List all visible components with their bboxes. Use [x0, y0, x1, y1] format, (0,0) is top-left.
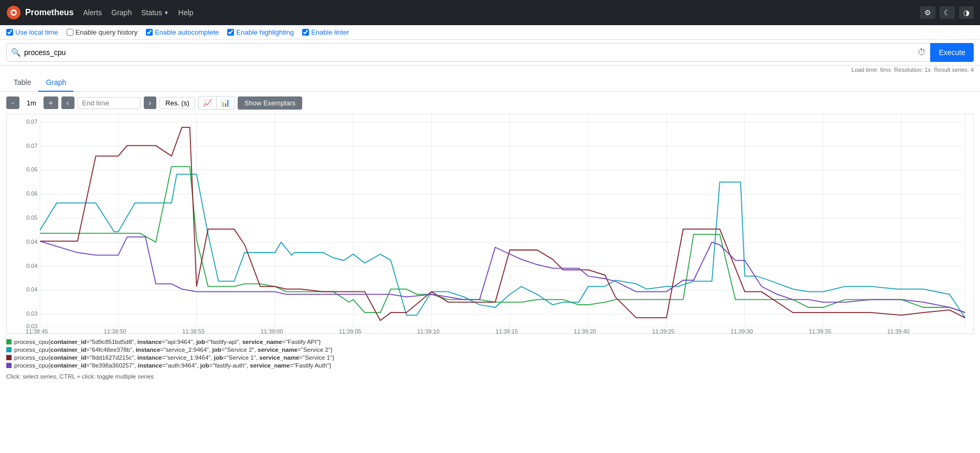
brand-link[interactable]: Prometheus: [6, 5, 73, 20]
nav-graph[interactable]: Graph: [111, 8, 132, 17]
status-caret: ▼: [164, 10, 169, 16]
resolution-button[interactable]: Res. (s): [159, 97, 195, 109]
enable-linter-text: Enable linter: [311, 28, 349, 36]
legend-item-0[interactable]: process_cpu{container_id="5d9c851bd5d8",…: [6, 339, 974, 345]
load-time: Load time: 6ms: [851, 67, 891, 73]
line-chart-button[interactable]: 📈: [199, 96, 216, 109]
use-local-time-label[interactable]: Use local time: [6, 28, 58, 36]
svg-text:11:38:45: 11:38:45: [26, 328, 48, 334]
resolution: Resolution: 1s: [894, 67, 931, 73]
legend-text-0: process_cpu{container_id="5d9c851bd5d8",…: [14, 339, 321, 345]
prev-time-button[interactable]: ‹: [61, 96, 74, 109]
svg-text:11:38:50: 11:38:50: [104, 328, 126, 334]
navbar-right: ⚙ ☾ ◑: [920, 6, 974, 19]
show-exemplars-button[interactable]: Show Exemplars: [238, 96, 303, 110]
legend-item-2[interactable]: process_cpu{container_id="8dd1627d215c",…: [6, 354, 974, 361]
legend-item-3[interactable]: process_cpu{container_id="8e398a360257",…: [6, 362, 974, 369]
chart-type-group: 📈 📊: [198, 96, 235, 110]
svg-text:0.06: 0.06: [26, 190, 37, 197]
enable-autocomplete-label[interactable]: Enable autocomplete: [146, 28, 219, 36]
nav-alerts[interactable]: Alerts: [83, 8, 102, 17]
search-input-wrap: 🔍: [6, 43, 913, 62]
enable-highlighting-label[interactable]: Enable highlighting: [227, 28, 294, 36]
svg-text:11:39:05: 11:39:05: [339, 328, 361, 334]
legend-color-1: [6, 347, 12, 352]
enable-linter-label[interactable]: Enable linter: [302, 28, 349, 36]
svg-text:0.04: 0.04: [26, 286, 37, 293]
enable-highlighting-text: Enable highlighting: [236, 28, 294, 36]
svg-point-2: [12, 11, 15, 14]
graph-controls: - 1m + ‹ › Res. (s) 📈 📊 Show Exemplars: [0, 92, 980, 114]
navbar: Prometheus Alerts Graph Status▼ Help ⚙ ☾…: [0, 0, 980, 25]
svg-text:0.06: 0.06: [26, 166, 37, 172]
chart-svg-wrap: 0.07 0.07 0.06 0.06 0.05 0.04 0.04 0.04 …: [6, 114, 974, 336]
legend-color-3: [6, 363, 12, 368]
svg-text:0.05: 0.05: [26, 214, 37, 221]
svg-text:0.07: 0.07: [26, 118, 37, 125]
prometheus-logo: [6, 5, 21, 20]
nav-status[interactable]: Status▼: [141, 8, 169, 17]
options-bar: Use local time Enable query history Enab…: [0, 25, 980, 40]
legend-item-1[interactable]: process_cpu{container_id="64fc48ee378b",…: [6, 347, 974, 353]
meta-row: Load time: 6ms Resolution: 1s Result ser…: [0, 66, 980, 74]
legend-color-2: [6, 355, 12, 360]
legend: process_cpu{container_id="5d9c851bd5d8",…: [0, 336, 980, 372]
tab-table[interactable]: Table: [6, 74, 38, 92]
enable-query-history-text: Enable query history: [76, 28, 138, 36]
decrease-duration-button[interactable]: -: [6, 96, 19, 109]
tab-graph[interactable]: Graph: [38, 74, 73, 92]
svg-text:11:39:00: 11:39:00: [261, 328, 283, 334]
next-time-button[interactable]: ›: [144, 96, 157, 109]
execute-button[interactable]: Execute: [930, 43, 974, 62]
search-bar: 🔍 ⏱ Execute: [0, 40, 980, 66]
enable-query-history-label[interactable]: Enable query history: [67, 28, 138, 36]
legend-text-3: process_cpu{container_id="8e398a360257",…: [14, 362, 331, 369]
tabs-row: Table Graph: [0, 74, 980, 92]
svg-rect-49: [6, 347, 12, 352]
stacked-chart-button[interactable]: 📊: [216, 96, 234, 109]
svg-text:11:38:55: 11:38:55: [182, 328, 205, 334]
enable-highlighting-checkbox[interactable]: [227, 29, 234, 36]
brand-name: Prometheus: [25, 8, 73, 17]
enable-autocomplete-checkbox[interactable]: [146, 29, 153, 36]
svg-text:11:39:40: 11:39:40: [887, 328, 910, 334]
svg-text:11:39:30: 11:39:30: [730, 328, 753, 334]
svg-text:11:39:25: 11:39:25: [652, 328, 675, 334]
end-time-input[interactable]: [78, 97, 141, 109]
enable-query-history-checkbox[interactable]: [67, 29, 73, 36]
chart-container: 0.07 0.07 0.06 0.06 0.05 0.04 0.04 0.04 …: [0, 114, 980, 336]
use-local-time-checkbox[interactable]: [6, 29, 13, 36]
svg-text:0.04: 0.04: [26, 263, 37, 269]
contrast-button[interactable]: ◑: [959, 6, 974, 19]
enable-linter-checkbox[interactable]: [302, 29, 309, 36]
search-options-button[interactable]: ⏱: [913, 43, 930, 62]
click-hint: Click: select series, CTRL + click: togg…: [0, 372, 980, 384]
svg-rect-50: [6, 355, 12, 360]
legend-color-0: [6, 339, 12, 344]
search-input[interactable]: [24, 48, 909, 57]
legend-text-1: process_cpu{container_id="64fc48ee378b",…: [14, 347, 333, 353]
duration-display: 1m: [23, 98, 40, 109]
legend-text-2: process_cpu{container_id="8dd1627d215c",…: [14, 354, 334, 361]
svg-text:0.07: 0.07: [26, 143, 37, 149]
increase-duration-button[interactable]: +: [44, 96, 58, 109]
svg-text:0.04: 0.04: [26, 239, 37, 245]
chart-svg: 0.07 0.07 0.06 0.06 0.05 0.04 0.04 0.04 …: [6, 114, 974, 334]
nav-help[interactable]: Help: [178, 8, 194, 17]
nav-links: Alerts Graph Status▼ Help: [83, 8, 193, 17]
svg-text:11:39:15: 11:39:15: [496, 328, 518, 334]
svg-rect-48: [6, 339, 12, 344]
svg-rect-51: [6, 363, 12, 368]
svg-text:11:39:35: 11:39:35: [809, 328, 832, 334]
search-icon: 🔍: [11, 48, 21, 57]
settings-button[interactable]: ⚙: [920, 6, 935, 19]
use-local-time-text: Use local time: [15, 28, 58, 36]
svg-text:11:39:10: 11:39:10: [417, 328, 440, 334]
theme-moon-button[interactable]: ☾: [940, 6, 955, 19]
svg-text:0.03: 0.03: [26, 310, 37, 317]
svg-text:11:39:20: 11:39:20: [574, 328, 596, 334]
enable-autocomplete-text: Enable autocomplete: [155, 28, 219, 36]
result-series: Result series: 4: [934, 67, 974, 73]
